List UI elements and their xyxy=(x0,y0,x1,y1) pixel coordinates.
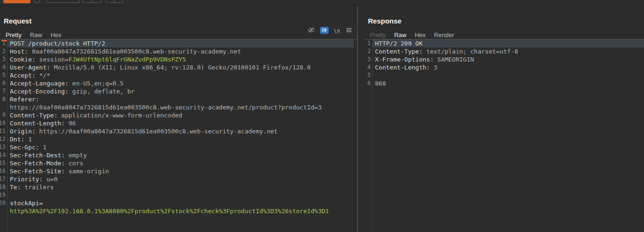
request-panel-title: Request xyxy=(0,6,357,24)
response-editor[interactable]: 1HTTP/2 200 OK2Content-Type: text/plain;… xyxy=(364,39,644,232)
code-line: 10Content-Length: 96 xyxy=(0,119,357,127)
response-tabs: PrettyRawHexRender xyxy=(366,31,458,39)
topbar-button[interactable] xyxy=(34,0,40,3)
line-content[interactable] xyxy=(372,71,644,79)
line-content[interactable]: 868 xyxy=(372,79,644,87)
line-number: 17 xyxy=(0,175,7,183)
code-line: 9Content-Type: application/x-www-form-ur… xyxy=(0,111,357,119)
line-content[interactable]: Sec-Fetch-Mode: cors xyxy=(7,159,354,167)
line-number: 16 xyxy=(0,167,7,175)
topbar-button[interactable] xyxy=(114,0,123,3)
line-number: 9 xyxy=(0,111,7,119)
line-content[interactable]: Content-Length: 3 xyxy=(372,63,644,71)
topbar-button[interactable] xyxy=(105,0,114,3)
code-line: https://0aaf00a8047a7326815d61ea003500c8… xyxy=(0,103,357,111)
line-number: 3 xyxy=(364,55,372,63)
topbar-button[interactable] xyxy=(82,0,92,3)
line-number: 10 xyxy=(0,119,7,127)
code-line: 2Content-Type: text/plain; charset=utf-8 xyxy=(364,47,644,55)
request-editor[interactable]: 1POST /product/stock HTTP/22Host: 0aaf00… xyxy=(0,39,357,232)
response-panel-title: Response xyxy=(364,6,644,24)
panel-divider[interactable] xyxy=(357,6,364,232)
request-response-split: Request PrettyRawHex xyxy=(0,6,644,232)
line-content[interactable] xyxy=(7,191,354,199)
line-content[interactable]: Accept-Encoding: gzip, deflate, br xyxy=(7,87,354,95)
line-number: 14 xyxy=(0,151,7,159)
line-number xyxy=(0,103,7,111)
response-panel: Response PrettyRawHexRender 1HTTP/2 200 … xyxy=(364,6,644,232)
line-content[interactable]: Content-Length: 96 xyxy=(7,119,354,127)
line-number: 11 xyxy=(0,127,7,135)
line-content[interactable]: Host: 0aaf00a8047a7326815d61ea003500c8.w… xyxy=(7,47,354,55)
response-tabs-row: PrettyRawHexRender xyxy=(364,24,644,39)
code-line: 3Cookie: session=FJW4UftNpt6lqFrGNaZvdPp… xyxy=(0,55,357,63)
topbar xyxy=(0,0,644,6)
line-content[interactable]: User-Agent: Mozilla/5.0 (X11; Linux x86_… xyxy=(7,63,354,71)
code-line: 1POST /product/stock HTTP/2 xyxy=(0,39,357,47)
code-line: 17Priority: u=0 xyxy=(0,175,357,183)
line-content[interactable]: https://0aaf00a8047a7326815d61ea003500c8… xyxy=(7,103,354,111)
burp-repeater-window: Request PrettyRawHex xyxy=(0,0,644,232)
line-content[interactable]: Sec-Fetch-Dest: empty xyxy=(7,151,354,159)
code-line: 12Dnt: 1 xyxy=(0,135,357,143)
line-number: 1 xyxy=(364,39,372,47)
send-button[interactable] xyxy=(3,0,30,3)
line-number: 5 xyxy=(0,71,7,79)
line-content[interactable]: Referer: xyxy=(7,95,354,103)
line-content[interactable]: POST /product/stock HTTP/2 xyxy=(7,39,354,47)
line-number: 19 xyxy=(0,191,7,199)
newline-chars-icon[interactable]: \n xyxy=(334,28,340,34)
line-content[interactable]: Te: trailers xyxy=(7,183,354,191)
code-line: 2Host: 0aaf00a8047a7326815d61ea003500c8.… xyxy=(0,47,357,55)
line-number: 5 xyxy=(364,71,372,79)
line-number: 2 xyxy=(364,47,372,55)
code-line: 7Accept-Encoding: gzip, deflate, br xyxy=(0,87,357,95)
line-number: 8 xyxy=(0,95,7,103)
code-line: 19 xyxy=(0,191,357,199)
eye-off-icon[interactable] xyxy=(307,26,315,36)
word-wrap-icon[interactable] xyxy=(320,27,329,36)
line-content[interactable]: Content-Type: text/plain; charset=utf-8 xyxy=(372,47,644,55)
menu-icon[interactable] xyxy=(345,27,352,35)
topbar-button[interactable] xyxy=(46,0,80,3)
line-number: 6 xyxy=(364,79,372,87)
line-number: 1 xyxy=(0,39,7,47)
code-line: 6Accept-Language: en-US,en;q=0.5 xyxy=(0,79,357,87)
line-content[interactable]: Priority: u=0 xyxy=(7,175,354,183)
line-number: 20 xyxy=(0,199,7,207)
line-content[interactable]: Cookie: session=FJW4UftNpt6lqFrGNaZvdPp9… xyxy=(7,55,354,63)
line-number xyxy=(0,207,7,215)
line-content[interactable]: X-Frame-Options: SAMEORIGIN xyxy=(372,55,644,63)
request-editor-toolbar: \n xyxy=(307,26,352,36)
code-line: 15Sec-Fetch-Mode: cors xyxy=(0,159,357,167)
line-content[interactable]: stockApi= xyxy=(7,199,354,207)
line-number: 4 xyxy=(364,63,372,71)
line-number: 7 xyxy=(0,87,7,95)
line-number: 6 xyxy=(0,79,7,87)
line-content[interactable]: HTTP/2 200 OK xyxy=(372,39,644,47)
code-line: 11Origin: https://0aaf00a8047a7326815d61… xyxy=(0,127,357,135)
code-line: 16Sec-Fetch-Site: same-origin xyxy=(0,167,357,175)
code-line: 1HTTP/2 200 OK xyxy=(364,39,644,47)
code-line: 4User-Agent: Mozilla/5.0 (X11; Linux x86… xyxy=(0,63,357,71)
line-content[interactable]: Accept-Language: en-US,en;q=0.5 xyxy=(7,79,354,87)
line-content[interactable]: http%3A%2F%2F192.168.0.1%3A8080%2Fproduc… xyxy=(7,207,354,215)
code-line: 5 xyxy=(364,71,644,79)
line-content[interactable]: Content-Type: application/x-www-form-url… xyxy=(7,111,354,119)
code-line: 5Accept: */* xyxy=(0,71,357,79)
line-number: 3 xyxy=(0,55,7,63)
code-line: 4Content-Length: 3 xyxy=(364,63,644,71)
topbar-button[interactable] xyxy=(91,0,101,3)
line-content[interactable]: Sec-Fetch-Site: same-origin xyxy=(7,167,354,175)
code-line: 6868 xyxy=(364,79,644,87)
line-content[interactable]: Origin: https://0aaf00a8047a7326815d61ea… xyxy=(7,127,354,135)
line-content[interactable]: Sec-Gpc: 1 xyxy=(7,143,354,151)
line-number: 12 xyxy=(0,135,7,143)
request-tabs: PrettyRawHex xyxy=(1,31,66,39)
line-content[interactable]: Accept: */* xyxy=(7,71,354,79)
line-content[interactable]: Dnt: 1 xyxy=(7,135,354,143)
code-line: 13Sec-Gpc: 1 xyxy=(0,143,357,151)
request-panel: Request PrettyRawHex xyxy=(0,6,357,232)
line-number: 15 xyxy=(0,159,7,167)
code-line: 14Sec-Fetch-Dest: empty xyxy=(0,151,357,159)
